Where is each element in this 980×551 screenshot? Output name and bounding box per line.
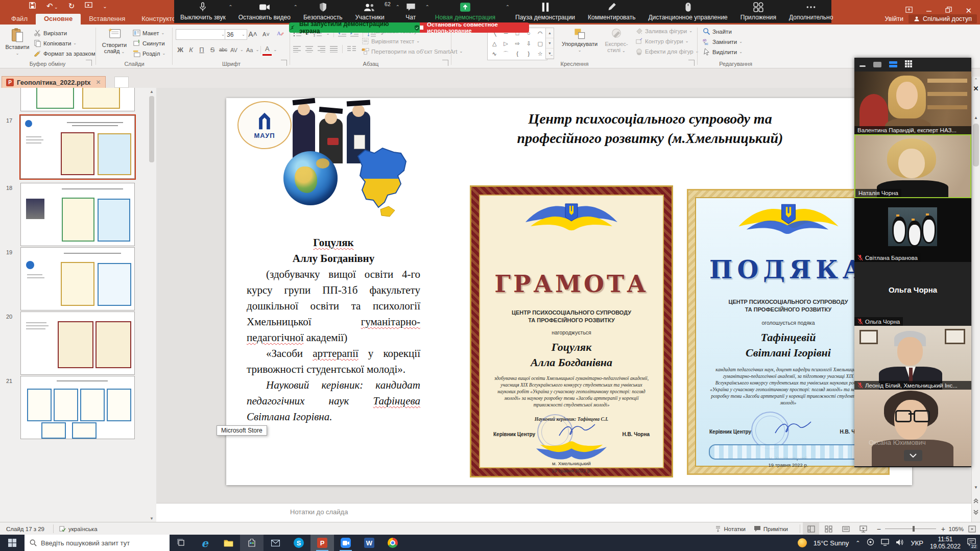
underline-button[interactable]: П [197, 45, 206, 55]
taskbar-word[interactable]: W [357, 535, 381, 551]
shape-outline-button[interactable]: Контур фігури⌄ [635, 37, 688, 45]
comments-toggle[interactable]: Примітки [752, 522, 790, 535]
taskbar-clock[interactable]: 11:51 19.05.2022 [930, 536, 961, 550]
taskbar-powerpoint[interactable]: P [310, 535, 334, 551]
paste-button[interactable]: Вставити⌄ [4, 28, 31, 56]
undo-icon[interactable]: ↶ ⌄ [46, 2, 58, 11]
bold-button[interactable]: Ж [176, 45, 185, 55]
chevron-up-icon[interactable]: ⌃ [395, 4, 399, 10]
character-spacing-button[interactable]: AV [229, 45, 238, 55]
thumbnail-slide-16[interactable] [20, 88, 135, 111]
new-slide-button[interactable]: Створитислайд ⌄ [99, 28, 130, 54]
taskbar-chrome[interactable] [381, 535, 404, 551]
align-left-icon[interactable] [293, 46, 301, 53]
zoom-in-button[interactable]: + [939, 522, 947, 535]
tab-file[interactable]: Файл [3, 14, 36, 25]
screen-record-icon[interactable] [867, 538, 874, 547]
notes-toggle[interactable]: Нотатки [712, 522, 748, 535]
columns-icon[interactable] [347, 46, 356, 53]
action-center-button[interactable]: 22 [967, 538, 976, 547]
zoom-level[interactable]: 105% [947, 522, 966, 535]
speaker-view-icon[interactable] [873, 60, 881, 69]
reading-view-button[interactable] [838, 522, 854, 535]
taskbar-mail[interactable] [264, 535, 287, 551]
redo-icon[interactable]: ↻ [68, 2, 75, 11]
section-button[interactable]: Розділ⌄ [133, 50, 165, 57]
strikethrough-button[interactable]: S [208, 45, 217, 55]
taskbar-skype[interactable]: S [287, 535, 310, 551]
apps-button[interactable]: Приложения [739, 0, 777, 23]
thumbnail-slide-20[interactable] [20, 312, 135, 375]
pause-share-button[interactable]: Пауза демонстрации [514, 0, 576, 23]
shrink-font-button[interactable]: A˅ [261, 29, 271, 39]
network-icon[interactable] [881, 539, 889, 547]
taskbar-search-box[interactable]: Введіть пошуковий запит тут [25, 535, 170, 551]
thumbnail-slide-19[interactable] [20, 247, 135, 310]
layout-button[interactable]: Макет⌄ [133, 29, 164, 37]
security-button[interactable]: Безопасность [302, 0, 344, 23]
replace-button[interactable]: abac Замінити⌄ [703, 38, 743, 45]
thumbnail-slide-18[interactable] [20, 183, 135, 246]
shape-fill-button[interactable]: Заливка фігури⌄ [635, 27, 692, 35]
dialog-launcher-icon[interactable] [442, 60, 448, 66]
fit-to-window-button[interactable] [966, 522, 978, 535]
change-case-button[interactable]: Aa [245, 45, 254, 55]
shapes-gallery-scroll[interactable]: ▲▼▼̲ [545, 28, 554, 59]
start-slideshow-icon[interactable] [85, 2, 92, 11]
taskbar-zoom[interactable] [334, 535, 357, 551]
mute-button[interactable]: Выключить звук⌃ [179, 0, 227, 23]
cut-button[interactable]: Вирізати [34, 29, 67, 37]
thumbnail-slide-21[interactable] [20, 376, 135, 439]
signin-button[interactable]: Увійти [885, 15, 903, 22]
share-document-button[interactable]: Спільний доступ [909, 14, 977, 23]
minimize-panel-icon[interactable] [859, 60, 866, 69]
annotate-button[interactable]: Комментировать [587, 0, 636, 23]
thumbnail-scrollbar[interactable]: ▲ ▼ [148, 88, 155, 522]
gallery-strip-view-icon[interactable] [889, 60, 897, 69]
convert-smartart-button[interactable]: Перетворити на об'єкт SmartArt⌄ [362, 47, 463, 55]
thumbnail-slide-17[interactable] [20, 115, 135, 179]
stop-video-button[interactable]: Остановить видео⌃ [237, 0, 292, 23]
language-indicator[interactable]: УКР [911, 539, 923, 547]
zoom-out-button[interactable]: − [875, 522, 883, 535]
normal-view-button[interactable] [803, 522, 819, 535]
taskbar-microsoft-store[interactable] [240, 535, 264, 551]
hidden-icons-chevron[interactable]: ⌃ [855, 540, 860, 546]
more-button[interactable]: Дополнительно [788, 0, 834, 23]
new-tab-stub[interactable] [114, 77, 129, 88]
customize-qat-icon[interactable]: ⌄ [103, 4, 107, 9]
video-tile-natalia[interactable]: Наталія Чорна [854, 134, 971, 198]
chevron-up-icon[interactable]: ⌃ [228, 4, 232, 10]
dialog-launcher-icon[interactable] [688, 60, 695, 66]
align-center-icon[interactable] [305, 46, 313, 53]
remote-control-button[interactable]: Дистанционное управление [647, 0, 728, 23]
participants-button[interactable]: 62 Участники⌃ [354, 0, 393, 23]
text-shadow-button[interactable]: abc [219, 45, 228, 55]
find-button[interactable]: Знайти [703, 28, 732, 35]
save-icon[interactable] [29, 2, 36, 11]
chevron-up-icon[interactable]: ⌃ [294, 4, 298, 10]
start-button[interactable] [0, 535, 25, 551]
taskbar-file-explorer[interactable] [217, 535, 240, 551]
align-right-icon[interactable] [318, 46, 325, 53]
close-icon[interactable]: ✕ [972, 85, 980, 92]
zoom-slider[interactable] [885, 529, 936, 529]
slide-title[interactable]: Центр психосоціального супроводу та проф… [471, 109, 829, 148]
new-share-button[interactable]: Новая демонстрация⌃ [434, 0, 504, 23]
justify-icon[interactable] [330, 46, 338, 53]
previous-slide-icon[interactable] [972, 496, 980, 506]
select-button[interactable]: Виділити⌄ [703, 48, 743, 56]
font-name-combobox[interactable]: ⌄ [176, 29, 227, 40]
collapse-videos-button[interactable] [904, 450, 922, 461]
language-indicator[interactable]: українська [57, 522, 100, 535]
volume-icon[interactable] [896, 539, 904, 547]
close-tab-icon[interactable]: ✕ [96, 79, 101, 86]
weather-text[interactable]: 15°C Sunny [814, 539, 849, 547]
reset-button[interactable]: Скинути [133, 39, 165, 47]
dialog-launcher-icon[interactable] [281, 60, 287, 66]
chevron-up-icon[interactable]: ⌃ [506, 4, 510, 10]
arrange-button[interactable]: Упорядкувати⌄ [561, 28, 599, 53]
shape-effects-button[interactable]: Ефекти для фігур⌄ [635, 47, 699, 55]
video-tile-valentyna[interactable]: Валентина Парандій, експерт НАЗ... [854, 71, 971, 134]
grow-font-button[interactable]: A˄ [248, 29, 257, 39]
